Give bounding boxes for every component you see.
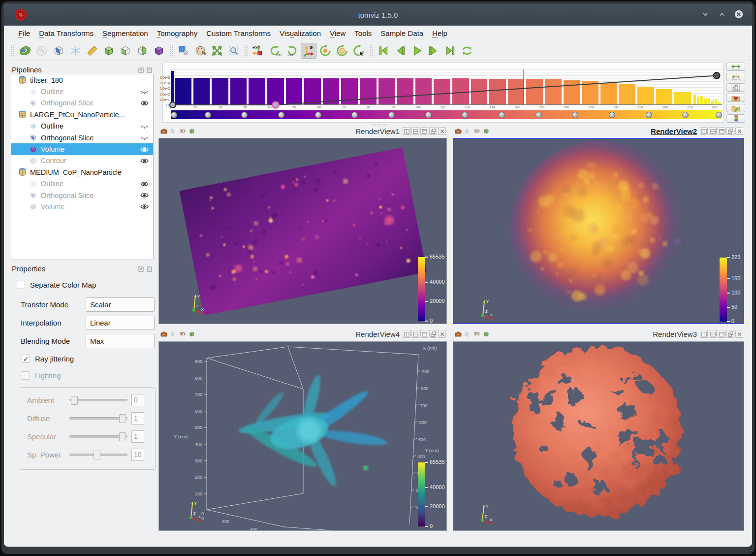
recycle-cube-icon[interactable] xyxy=(483,128,490,134)
loop-icon[interactable] xyxy=(459,43,475,59)
eye-open-icon[interactable] xyxy=(140,146,149,153)
opacity-transfer-overlay[interactable] xyxy=(171,67,722,109)
favorites-folder-button[interactable] xyxy=(726,94,745,102)
orientation-axes-icon[interactable] xyxy=(301,43,316,59)
colormap-control-point[interactable] xyxy=(171,112,177,118)
colormap-control-point[interactable] xyxy=(205,112,211,118)
close-panel-icon[interactable] xyxy=(146,265,153,272)
pipeline-module-row[interactable]: Volume xyxy=(11,143,153,155)
separate-color-map-row[interactable]: Separate Color Map xyxy=(17,281,96,289)
colormap-control-point[interactable] xyxy=(388,112,395,118)
maximize-view-button[interactable] xyxy=(718,330,725,338)
edit-folder-button[interactable] xyxy=(726,104,745,112)
menu-view[interactable]: View xyxy=(325,27,350,39)
menu-file[interactable]: File xyxy=(14,27,34,39)
pipeline-module-row[interactable]: Outline xyxy=(11,178,153,190)
ruler-tool-icon[interactable] xyxy=(84,43,100,59)
colormap-control-point[interactable] xyxy=(315,112,321,118)
pointer-gray-icon[interactable] xyxy=(465,128,471,134)
split-vertical-button[interactable] xyxy=(411,330,419,338)
pipeline-module-row[interactable]: Orthogonal Slice xyxy=(11,190,153,201)
menu-tomography[interactable]: Tomography xyxy=(153,27,202,39)
colormap-control-point[interactable] xyxy=(682,112,689,118)
maximize-view-button[interactable] xyxy=(420,330,428,338)
maximize-view-button[interactable] xyxy=(420,127,428,135)
split-horizontal-button[interactable] xyxy=(403,330,410,338)
detach-view-button[interactable] xyxy=(726,330,734,338)
outline-tool-icon[interactable] xyxy=(67,43,83,59)
close-view-button[interactable] xyxy=(735,330,743,338)
volume-tool-icon[interactable] xyxy=(151,43,167,59)
render-viewport-renderview2[interactable]: 223150100500 Y X Z xyxy=(453,138,744,324)
camera-adjust-icon[interactable] xyxy=(455,331,462,337)
transfer-mode-select[interactable]: Scalar xyxy=(86,297,155,312)
rotate-camera-target-icon[interactable] xyxy=(334,43,350,59)
play-icon[interactable] xyxy=(409,43,425,59)
colormap-control-point[interactable] xyxy=(278,112,284,118)
pipeline-source-row[interactable]: LARGE_PtCu_NanoParticle... xyxy=(11,109,153,120)
menu-segmentation[interactable]: Segmentation xyxy=(98,27,153,39)
split-horizontal-button[interactable] xyxy=(403,127,410,135)
separate-color-map-checkbox[interactable] xyxy=(17,281,25,289)
colormap-control-point[interactable] xyxy=(646,112,652,118)
align-x-icon[interactable]: +X xyxy=(251,43,266,59)
render-viewport-renderview3[interactable]: Y X Z xyxy=(453,341,744,531)
camera-adjust-icon[interactable] xyxy=(455,128,462,134)
interpolation-select[interactable]: Linear xyxy=(86,316,155,330)
rotate-camera-pointer-icon[interactable] xyxy=(351,43,367,59)
titlebar[interactable]: tomviz 1.5.0 xyxy=(4,4,752,26)
crop-tool-icon[interactable] xyxy=(101,43,117,59)
colormap-control-point[interactable] xyxy=(462,112,468,118)
eye-closed-icon[interactable] xyxy=(140,134,149,141)
invert-shape-button[interactable] xyxy=(726,83,745,92)
split-vertical-button[interactable] xyxy=(411,127,419,135)
detach-view-button[interactable] xyxy=(429,127,437,135)
menu-data-transforms[interactable]: Data Transforms xyxy=(34,27,98,39)
float-panel-icon[interactable] xyxy=(138,265,144,272)
rotate-camera-dot-icon[interactable] xyxy=(317,43,333,59)
split-horizontal-button[interactable] xyxy=(700,330,708,338)
nanoparticle-volume-rendering[interactable] xyxy=(454,139,744,324)
eye-open-icon[interactable] xyxy=(140,181,149,187)
float-panel-icon[interactable] xyxy=(138,66,144,73)
step-back-icon[interactable] xyxy=(392,43,408,59)
recycle-cube-icon[interactable] xyxy=(189,331,195,337)
select-hand-icon[interactable] xyxy=(176,43,191,59)
blending-mode-select[interactable]: Max xyxy=(86,334,155,348)
pointer-gray-icon[interactable] xyxy=(170,331,177,337)
menu-help[interactable]: Help xyxy=(428,27,452,39)
eye-open-icon[interactable] xyxy=(140,203,149,210)
pipeline-module-row[interactable]: Contour xyxy=(11,155,153,166)
detach-view-button[interactable] xyxy=(726,127,734,135)
opacity-node-highlighted[interactable] xyxy=(273,102,279,108)
zoom-box-icon[interactable] xyxy=(226,43,242,59)
circle-close-icon[interactable] xyxy=(734,10,743,19)
eye-open-icon[interactable] xyxy=(140,158,149,164)
detach-view-button[interactable] xyxy=(429,330,437,338)
pipeline-module-row[interactable]: Orthogonal Slice xyxy=(11,132,153,143)
chevron-up-icon[interactable] xyxy=(718,10,726,19)
rotate-plus90-icon[interactable]: +90 xyxy=(267,43,283,59)
close-view-button[interactable] xyxy=(438,127,446,135)
pipeline-source-row[interactable]: MEDIUM_CoP_NanoParticle xyxy=(11,166,153,178)
pipeline-module-row[interactable]: Volume xyxy=(11,201,153,212)
skip-first-icon[interactable] xyxy=(376,43,391,59)
colormap-control-point[interactable] xyxy=(536,112,542,118)
split-horizontal-button[interactable] xyxy=(700,127,708,135)
menu-sample-data[interactable]: Sample Data xyxy=(376,27,428,39)
colormap-control-point[interactable] xyxy=(241,112,248,118)
close-view-button[interactable] xyxy=(735,127,743,135)
clip-tool-icon[interactable] xyxy=(134,43,150,59)
histogram-colormap-editor[interactable]: 1.0e+51.0e+41.0e+31.0e+21.0e+11.00102030… xyxy=(162,63,724,123)
contour-tool-icon[interactable] xyxy=(17,43,33,59)
pipeline-source-row[interactable]: tiltser_180 xyxy=(11,74,153,86)
ortho-slice-tool-icon[interactable] xyxy=(51,43,66,59)
rotate-minus90-icon[interactable]: -90 xyxy=(284,43,300,59)
step-forward-icon[interactable] xyxy=(426,43,441,59)
close-panel-icon[interactable] xyxy=(146,66,153,73)
pointer-gray-icon[interactable] xyxy=(170,128,177,134)
slice-face-tool-icon[interactable] xyxy=(118,43,133,59)
eye-closed-icon[interactable] xyxy=(140,123,149,130)
render-viewport-renderview1[interactable]: 6553540000200000 Y X Z xyxy=(158,138,447,324)
pointer-gray-icon[interactable] xyxy=(465,331,471,337)
